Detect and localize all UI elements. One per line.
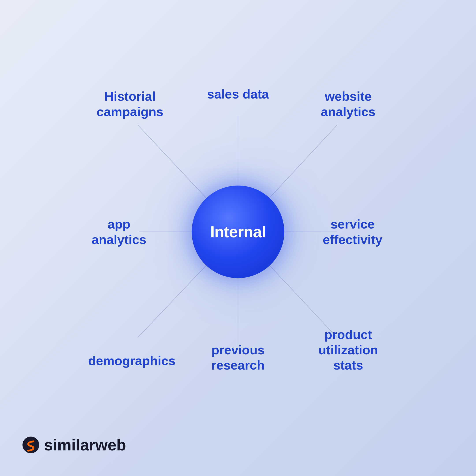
satellite-app-analytics: app analytics [86,216,152,247]
satellite-app-analytics-text: app analytics [86,216,152,247]
satellite-sales-data-text: sales data [205,86,271,102]
center-circle: Internal [192,186,284,278]
satellite-demographics-text: demographics [88,353,172,369]
satellite-website-analytics-text: website analytics [308,89,388,119]
satellite-demographics: demographics [88,353,172,369]
satellite-product-utilization-text: product utilization stats [306,327,390,373]
satellite-service-effectivity: service effectivity [315,216,390,247]
similarweb-logo-icon [22,436,40,454]
satellite-website-analytics: website analytics [308,89,388,119]
center-label: Internal [210,223,266,241]
logo-container: similarweb [22,436,126,454]
similarweb-logo-text: similarweb [44,436,126,454]
satellite-historical-campaigns-text: Historial campaigns [90,89,170,119]
satellite-service-effectivity-text: service effectivity [315,216,390,247]
satellite-product-utilization: product utilization stats [306,327,390,373]
satellite-sales-data: sales data [205,86,271,102]
satellite-previous-research-text: previous research [203,342,273,373]
diagram-container: Internal Historial campaigns sales data … [84,78,392,386]
satellite-previous-research: previous research [203,342,273,373]
satellite-historical-campaigns: Historial campaigns [90,89,170,119]
